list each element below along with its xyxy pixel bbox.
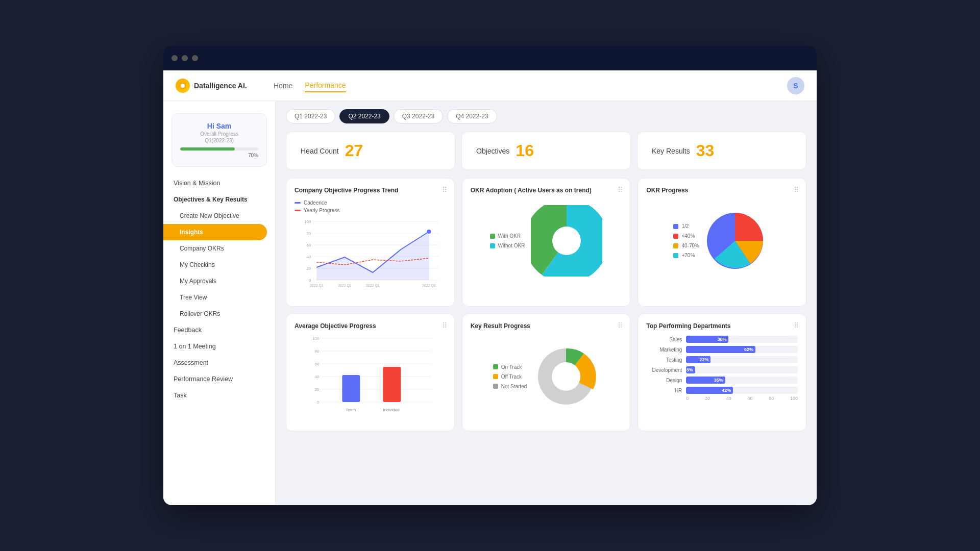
label-not-started: Not Started: [501, 384, 527, 389]
dept-bar-hr: 42%: [686, 387, 733, 394]
avg-chart-area: 100 80 60 40 20 0 T: [295, 336, 446, 422]
dept-label-testing: Testing: [646, 357, 682, 363]
q-tab-q3[interactable]: Q3 2022-23: [394, 109, 443, 123]
sidebar-item-vision[interactable]: Vision & Mission: [163, 175, 275, 191]
dept-label-marketing: Marketing: [646, 347, 682, 353]
q-tab-q4[interactable]: Q4 2022-23: [447, 109, 497, 123]
x-label-0: 0: [686, 396, 689, 401]
user-greeting: Hi Sam: [180, 122, 258, 130]
app-wrapper: Datalligence AI. Home Performance S Hi S…: [163, 70, 817, 505]
q-tab-q1[interactable]: Q1 2022-23: [286, 109, 335, 123]
okr-progress-legend: 1/2 <40% 40-70%: [673, 223, 699, 258]
svg-point-15: [427, 230, 431, 234]
dot-half: [673, 224, 678, 229]
dept-bar-testing-wrap: 22%: [686, 356, 798, 363]
browser-frame: Datalligence AI. Home Performance S Hi S…: [163, 46, 817, 505]
sidebar-item-okr[interactable]: Objectives & Key Results: [163, 191, 275, 208]
h-bar-testing: Testing 22%: [646, 356, 798, 363]
dept-label-development: Development: [646, 367, 682, 373]
dept-bar-testing: 22%: [686, 356, 710, 363]
legend-yearly: Yearly Progress: [295, 208, 446, 213]
sidebar-item-approvals[interactable]: My Approvals: [163, 273, 275, 289]
key-result-legend: On Track Off Track Not Started: [493, 364, 527, 389]
sidebar-item-create[interactable]: Create New Objective: [163, 208, 275, 224]
h-bar-design: Design 35%: [646, 377, 798, 384]
sidebar-item-feedback[interactable]: Feedback: [163, 322, 275, 338]
chart-company-trend: Company Objective Progress Trend ⠿ Cadee…: [286, 178, 455, 307]
main-layout: Hi Sam Overall Progress Q1(2022-23) 70% …: [163, 101, 817, 505]
sidebar-item-rollover[interactable]: Rollover OKRs: [163, 306, 275, 322]
svg-text:2022 Q1: 2022 Q1: [422, 284, 436, 288]
drag-icon-6: ⠿: [794, 321, 799, 330]
svg-text:60: 60: [306, 243, 311, 247]
dot-not-started: [493, 384, 498, 389]
x-label-100: 100: [790, 396, 798, 401]
sidebar-item-1on1[interactable]: 1 on 1 Meeting: [163, 338, 275, 355]
dept-bar-design-wrap: 35%: [686, 377, 798, 384]
svg-rect-37: [383, 367, 401, 402]
stats-row: Head Count 27 Objectives 16 Key Results …: [286, 132, 806, 170]
dept-bar-hr-wrap: 42%: [686, 387, 798, 394]
dept-bar-development-wrap: 8%: [686, 366, 798, 373]
chart-top-departments: Top Performing Departments ⠿ Sales 38% M…: [638, 314, 806, 431]
legend-without-okr: Withot OKR: [490, 243, 525, 248]
h-bar-sales: Sales 38%: [646, 336, 798, 343]
okr-adoption-legend: With OKR Withot OKR: [490, 233, 525, 248]
svg-text:Team: Team: [346, 408, 356, 412]
legend-gt70: +70%: [673, 253, 699, 258]
sidebar-item-checkins[interactable]: My Checkins: [163, 257, 275, 273]
svg-text:80: 80: [314, 349, 319, 354]
sidebar-item-assessment[interactable]: Assessment: [163, 355, 275, 371]
dept-bar-sales-wrap: 38%: [686, 336, 798, 343]
dept-label-hr: HR: [646, 388, 682, 393]
svg-text:100: 100: [304, 219, 311, 224]
chart-key-result-title: Key Result Progress: [471, 322, 622, 330]
chart-top-dept-title: Top Performing Departments: [646, 322, 798, 330]
legend-label-yearly: Yearly Progress: [304, 208, 339, 213]
chart-okr-adoption-title: OKR Adoption ( Active Users as on trend): [471, 187, 622, 194]
legend-not-started: Not Started: [493, 384, 527, 389]
legend-half: 1/2: [673, 223, 699, 229]
svg-point-1: [181, 84, 185, 88]
stat-keyresults-value: 33: [696, 141, 715, 160]
h-bar-hr: HR 42%: [646, 387, 798, 394]
stat-headcount: Head Count 27: [286, 132, 455, 170]
legend-dot-yearly: [295, 210, 301, 211]
stat-headcount-label: Head Count: [301, 147, 339, 155]
user-card: Hi Sam Overall Progress Q1(2022-23) 70%: [172, 113, 267, 167]
sidebar-item-perf-review[interactable]: Performance Review: [163, 371, 275, 387]
svg-text:2022 Q1: 2022 Q1: [366, 284, 380, 288]
sidebar-item-tree-view[interactable]: Tree View: [163, 289, 275, 306]
nav-tab-performance[interactable]: Performance: [305, 79, 346, 92]
quarter-tabs: Q1 2022-23 Q2 2022-23 Q3 2022-23 Q4 2022…: [286, 109, 806, 123]
svg-text:100: 100: [312, 336, 320, 341]
progress-bar-fill: [180, 147, 235, 151]
stat-objectives: Objectives 16: [461, 132, 631, 170]
chart-okr-progress-title: OKR Progress: [646, 187, 798, 194]
sidebar-item-company-okrs[interactable]: Company OKRs: [163, 240, 275, 257]
nav-tab-home[interactable]: Home: [274, 79, 292, 92]
dot-gt70: [673, 253, 678, 258]
sidebar-item-task[interactable]: Task: [163, 387, 275, 404]
h-chart-xaxis: 0 20 40 60 80 100: [646, 396, 798, 401]
svg-text:2022 Q1: 2022 Q1: [310, 284, 324, 288]
stat-objectives-label: Objectives: [476, 147, 509, 155]
line-chart: 100 80 60 40 20 0: [295, 216, 446, 298]
label-off-track: Off Track: [501, 374, 522, 380]
progress-pct: 70%: [180, 153, 258, 158]
stat-objectives-value: 16: [516, 141, 534, 160]
company-trend-legend: Cadeence Yearly Progress: [295, 200, 446, 213]
svg-text:2022 Q1: 2022 Q1: [338, 284, 352, 288]
browser-dot-1: [172, 55, 178, 61]
svg-text:0: 0: [317, 400, 320, 405]
x-label-40: 40: [726, 396, 731, 401]
svg-text:40: 40: [314, 374, 319, 379]
dot-4070: [673, 243, 678, 248]
q-tab-q2[interactable]: Q2 2022-23: [339, 109, 389, 123]
svg-text:80: 80: [306, 231, 311, 236]
drag-icon-1: ⠿: [442, 186, 447, 194]
key-result-container: On Track Off Track Not Started: [471, 336, 622, 417]
dot-lt40: [673, 234, 678, 239]
sidebar-item-insights[interactable]: Insights: [163, 224, 267, 240]
avatar[interactable]: S: [787, 77, 804, 94]
